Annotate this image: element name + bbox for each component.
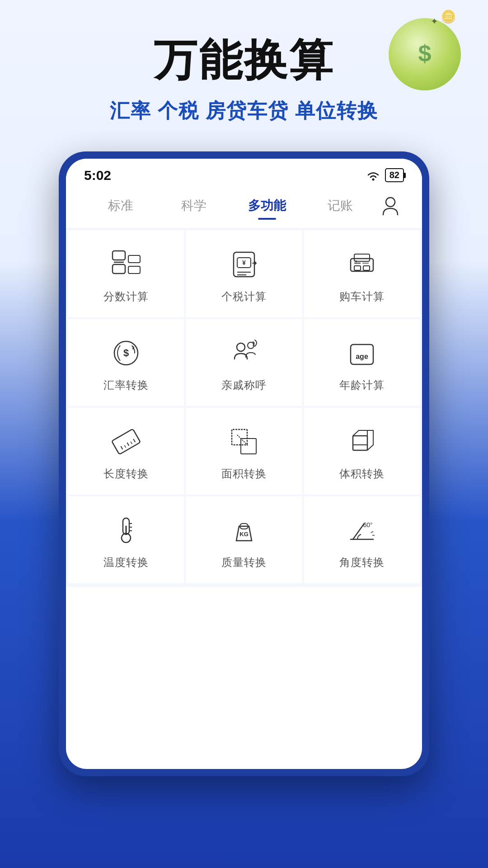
cell-age[interactable]: age 年龄计算 xyxy=(304,319,420,406)
wifi-icon xyxy=(366,170,380,181)
volume-icon xyxy=(346,426,378,458)
svg-rect-15 xyxy=(354,266,361,270)
svg-rect-26 xyxy=(112,429,141,454)
cell-weight-label: 质量转换 xyxy=(221,555,267,570)
svg-text:¥: ¥ xyxy=(242,259,246,266)
age-icon: age xyxy=(346,337,378,369)
tab-science[interactable]: 科学 xyxy=(157,193,230,219)
svg-rect-6 xyxy=(128,266,140,274)
svg-line-29 xyxy=(127,443,129,446)
grid-row-3: 长度转换 面积转换 xyxy=(68,408,420,495)
phone-outer: 5:02 82 标准 科学 多功能 xyxy=(59,151,429,776)
cell-relatives-label: 亲戚称呼 xyxy=(221,378,267,392)
hero-subtitle: 汇率 个税 房贷车贷 单位转换 xyxy=(27,98,461,124)
svg-text:age: age xyxy=(356,353,369,360)
cell-weight[interactable]: KG 质量转换 xyxy=(186,496,302,583)
relatives-icon xyxy=(228,337,260,369)
svg-line-30 xyxy=(131,441,132,443)
angle-icon: 60° xyxy=(346,514,378,546)
cell-car-label: 购车计算 xyxy=(339,289,385,304)
svg-rect-14 xyxy=(354,254,370,261)
svg-line-49 xyxy=(371,532,373,533)
svg-point-2 xyxy=(386,198,395,207)
svg-text:KG: KG xyxy=(239,531,249,538)
cell-tax[interactable]: ¥ 个税计算 xyxy=(186,231,302,317)
svg-line-47 xyxy=(353,524,364,539)
phone-inner: 5:02 82 标准 科学 多功能 xyxy=(66,159,422,769)
tab-accounting[interactable]: 记账 xyxy=(304,193,377,219)
svg-point-19 xyxy=(355,260,357,262)
cell-car[interactable]: 购车计算 xyxy=(304,231,420,317)
cell-angle-label: 角度转换 xyxy=(339,555,385,570)
svg-text:$: $ xyxy=(123,347,129,359)
cell-temperature[interactable]: 温度转换 xyxy=(68,496,184,583)
svg-point-22 xyxy=(237,343,245,351)
grid-content: 分数计算 ¥ 个税计算 xyxy=(66,229,422,587)
grid-row-1: 分数计算 ¥ 个税计算 xyxy=(68,231,420,317)
svg-line-27 xyxy=(121,446,122,449)
temperature-icon xyxy=(110,514,142,546)
svg-point-1 xyxy=(372,178,374,180)
cell-exchange-label: 汇率转换 xyxy=(103,378,149,392)
svg-rect-34 xyxy=(353,436,367,450)
battery-indicator: 82 xyxy=(385,168,404,182)
cell-exchange[interactable]: $ 汇率转换 xyxy=(68,319,184,406)
cell-length-label: 长度转换 xyxy=(103,467,149,481)
cell-temperature-label: 温度转换 xyxy=(103,555,149,570)
dot-decoration-left: // Rendered via JS below xyxy=(0,172,36,353)
tab-multifunction[interactable]: 多功能 xyxy=(230,193,304,219)
grid-row-2: $ 汇率转换 xyxy=(68,319,420,406)
svg-rect-16 xyxy=(363,266,370,270)
status-time: 5:02 xyxy=(84,168,111,183)
tax-icon: ¥ xyxy=(228,249,260,280)
svg-rect-3 xyxy=(113,251,125,260)
length-icon xyxy=(110,426,142,458)
weight-icon: KG xyxy=(228,514,260,546)
cell-area[interactable]: 面积转换 xyxy=(186,408,302,495)
cell-relatives[interactable]: 亲戚称呼 xyxy=(186,319,302,406)
fraction-icon xyxy=(110,249,142,280)
exchange-icon: $ xyxy=(110,337,142,369)
svg-rect-5 xyxy=(128,255,140,263)
svg-text:60°: 60° xyxy=(363,521,373,528)
cell-volume-label: 体积转换 xyxy=(339,467,385,481)
hero-section: $ 🪙 ✦ 万能换算 汇率 个税 房贷车贷 单位转换 xyxy=(0,0,488,142)
phone-container: 5:02 82 标准 科学 多功能 xyxy=(0,151,488,776)
car-icon xyxy=(346,249,378,280)
svg-line-31 xyxy=(133,439,135,442)
grid-row-4: 温度转换 KG 质量转换 xyxy=(68,496,420,583)
svg-rect-33 xyxy=(241,439,256,454)
area-icon xyxy=(228,426,260,458)
status-bar: 5:02 82 xyxy=(66,159,422,188)
cell-volume[interactable]: 体积转换 xyxy=(304,408,420,495)
svg-line-28 xyxy=(124,445,126,447)
person-icon xyxy=(381,196,399,216)
cell-fraction[interactable]: 分数计算 xyxy=(68,231,184,317)
nav-tabs: 标准 科学 多功能 记账 xyxy=(66,188,422,229)
cell-angle[interactable]: 60° 角度转换 xyxy=(304,496,420,583)
piggy-decoration: $ 🪙 ✦ xyxy=(380,9,470,99)
tab-standard[interactable]: 标准 xyxy=(84,193,157,219)
svg-rect-4 xyxy=(113,264,125,274)
cell-tax-label: 个税计算 xyxy=(221,289,267,304)
svg-text:$: $ xyxy=(418,40,432,66)
cell-length[interactable]: 长度转换 xyxy=(68,408,184,495)
profile-button[interactable] xyxy=(377,192,404,219)
cell-age-label: 年龄计算 xyxy=(339,378,385,392)
cell-area-label: 面积转换 xyxy=(221,467,267,481)
cell-fraction-label: 分数计算 xyxy=(103,289,149,304)
status-icons: 82 xyxy=(366,168,404,182)
